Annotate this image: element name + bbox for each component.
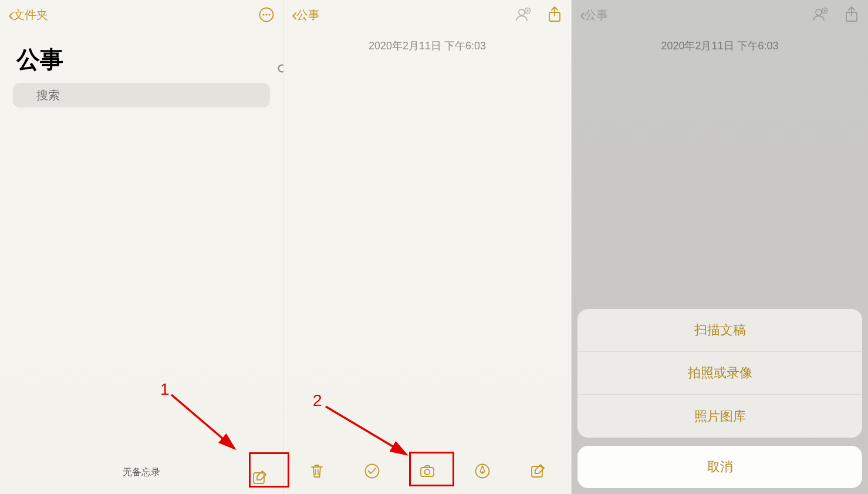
- footer-status-label: 无备忘录: [0, 466, 283, 494]
- panel1-topbar: ‹ 文件夹: [0, 0, 283, 29]
- svg-point-20: [816, 9, 822, 15]
- folder-list-panel: ‹ 文件夹 公事 无备忘录: [0, 0, 283, 494]
- person-add-icon: [515, 6, 531, 23]
- share-button-dimmed: [843, 6, 860, 23]
- note-panel: ‹ 公事 2020年2月11日 下午6:0: [283, 0, 572, 494]
- action-sheet-wrap: 扫描文稿 拍照或录像 照片图库 取消: [572, 309, 868, 494]
- collaborate-button-dimmed: [812, 6, 828, 23]
- panel3-topbar: ‹ 公事: [572, 0, 868, 29]
- back-to-folder-button[interactable]: ‹ 公事: [292, 6, 320, 23]
- annotation-number-1: 1: [160, 380, 170, 399]
- action-sheet: 扫描文稿 拍照或录像 照片图库: [577, 309, 862, 438]
- folder-title: 公事: [0, 29, 283, 83]
- panel3-top-right-icons: [812, 6, 860, 23]
- share-button[interactable]: [546, 6, 563, 23]
- note-timestamp: 2020年2月11日 下午6:03: [283, 29, 571, 53]
- back-to-folders-button[interactable]: ‹ 文件夹: [8, 6, 48, 23]
- person-add-icon: [812, 6, 828, 23]
- search-input[interactable]: [13, 83, 270, 107]
- share-icon: [843, 6, 860, 23]
- collaborate-button: [515, 6, 531, 23]
- trash-icon: [309, 463, 325, 479]
- annotation-number-2: 2: [313, 391, 322, 410]
- panel2-top-right-icons: [515, 6, 563, 23]
- photo-library-option[interactable]: 照片图库: [577, 395, 862, 438]
- check-circle-icon: [364, 463, 380, 479]
- search-wrap: [0, 83, 283, 116]
- panel2-topbar: ‹ 公事: [283, 0, 571, 29]
- svg-point-3: [268, 14, 270, 15]
- back-label: 公事: [585, 7, 608, 23]
- svg-point-14: [366, 465, 379, 478]
- svg-point-1: [262, 14, 264, 15]
- compose-button-disabled: [529, 463, 546, 479]
- svg-point-2: [265, 14, 267, 15]
- back-label: 公事: [296, 7, 320, 23]
- share-icon: [546, 6, 563, 23]
- back-label: 文件夹: [13, 7, 48, 23]
- svg-point-7: [519, 9, 525, 15]
- ellipsis-circle-icon: [258, 6, 275, 23]
- markup-button[interactable]: [474, 463, 491, 479]
- delete-note-button[interactable]: [309, 463, 325, 479]
- note-panel-with-sheet: ‹ 公事: [572, 0, 868, 494]
- checklist-button[interactable]: [364, 463, 380, 479]
- annotation-box-1: [249, 452, 289, 488]
- back-button-dimmed: ‹ 公事: [580, 6, 608, 23]
- pen-tip-circle-icon: [474, 463, 491, 479]
- compose-icon: [529, 463, 546, 479]
- annotation-box-2: [409, 452, 454, 486]
- note-timestamp-dimmed: 2020年2月11日 下午6:03: [572, 29, 868, 53]
- cancel-button[interactable]: 取消: [577, 446, 862, 488]
- scan-documents-option[interactable]: 扫描文稿: [577, 309, 862, 352]
- take-photo-video-option[interactable]: 拍照或录像: [577, 352, 862, 395]
- more-button[interactable]: [258, 6, 275, 23]
